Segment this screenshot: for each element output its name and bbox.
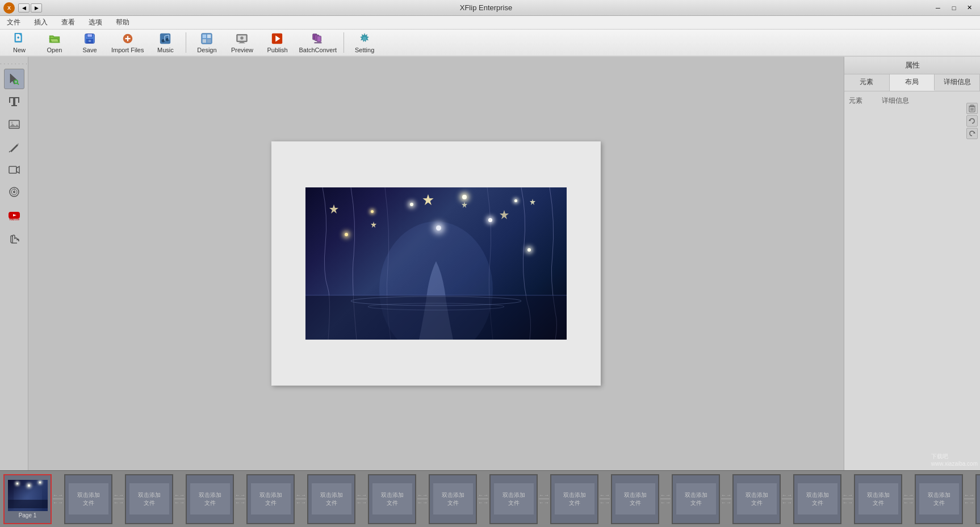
- film-connector-14: ←→←→: [841, 493, 854, 505]
- new-icon: [12, 32, 26, 45]
- save-button[interactable]: Save: [73, 31, 107, 55]
- select-tool[interactable]: [4, 69, 24, 89]
- page-canvas: [271, 141, 601, 386]
- film-connector-7: ←→←→: [416, 493, 429, 505]
- svg-marker-57: [500, 210, 509, 219]
- video-tool[interactable]: [4, 160, 24, 180]
- preview-button[interactable]: Preview: [225, 31, 259, 55]
- film-thumb-9[interactable]: 双击添加文件: [489, 474, 538, 524]
- tab-element[interactable]: 元素: [844, 74, 890, 91]
- image-tool[interactable]: [4, 114, 24, 135]
- publish-button[interactable]: Publish: [260, 31, 294, 55]
- preview-icon: [235, 32, 249, 45]
- film-thumb-12[interactable]: 双击添加文件: [672, 474, 720, 524]
- film-placeholder-10: 双击添加文件: [555, 483, 594, 515]
- svg-rect-41: [11, 105, 17, 106]
- svg-marker-47: [16, 166, 19, 173]
- film-placeholder-9: 双击添加文件: [494, 483, 534, 515]
- audio-tool[interactable]: [4, 182, 24, 203]
- canvas-inner: [271, 141, 601, 386]
- film-page-2: 双击添加文件 ←→←→: [64, 474, 125, 524]
- setting-label: Setting: [355, 47, 374, 53]
- right-panel: 属性 元素 布局 详细信息 元素 详细信息: [844, 57, 980, 470]
- menu-help[interactable]: 帮助: [109, 16, 136, 29]
- maximize-button[interactable]: □: [946, 2, 962, 14]
- film-connector-1: ←→ ←→: [52, 493, 64, 505]
- film-thumb-5[interactable]: 双击添加文件: [246, 474, 295, 524]
- publish-label: Publish: [267, 47, 287, 53]
- svg-line-36: [17, 83, 19, 85]
- close-button[interactable]: ✕: [962, 2, 978, 14]
- tab-layout[interactable]: 布局: [890, 74, 935, 91]
- svg-rect-70: [970, 105, 974, 106]
- watermark: 下载吧 www.xiazaiba.com: [931, 453, 978, 467]
- hand-tool[interactable]: [4, 228, 24, 248]
- film-placeholder-13: 双击添加文件: [737, 483, 777, 515]
- draw-tool[interactable]: [4, 137, 24, 157]
- redo-layout-icon[interactable]: [966, 128, 978, 139]
- svg-marker-56: [422, 194, 433, 205]
- film-thumb-14[interactable]: 双击添加文件: [793, 474, 841, 524]
- film-page-17: 双击添加文件: [975, 474, 980, 524]
- open-button[interactable]: Open: [37, 31, 72, 55]
- music-label: Music: [157, 47, 174, 53]
- svg-point-11: [162, 39, 165, 43]
- right-panel-tabs: 元素 布局 详细信息: [844, 74, 980, 91]
- music-button[interactable]: Music: [148, 31, 182, 55]
- film-thumb-17[interactable]: 双击添加文件: [975, 474, 980, 524]
- menu-insert[interactable]: 插入: [27, 16, 55, 29]
- property-detail-label: 详细信息: [882, 96, 909, 106]
- design-button[interactable]: Design: [190, 31, 224, 55]
- tab-detail[interactable]: 详细信息: [935, 74, 980, 91]
- batch-button[interactable]: BatchConvert: [295, 31, 340, 55]
- batch-label: BatchConvert: [299, 47, 337, 53]
- film-page-12: 双击添加文件 ←→←→: [672, 474, 732, 524]
- svg-rect-6: [88, 40, 91, 43]
- menu-file[interactable]: 文件: [0, 16, 27, 29]
- film-connector-6: ←→←→: [355, 493, 368, 505]
- minimize-button[interactable]: ─: [930, 2, 946, 14]
- film-page-9: 双击添加文件 ←→←→: [489, 474, 550, 524]
- svg-rect-39: [18, 97, 19, 103]
- svg-point-33: [363, 37, 366, 40]
- setting-icon: [358, 32, 371, 45]
- titlebar: X ◀ ▶ XFlip Enterprise ─ □ ✕: [0, 0, 980, 16]
- film-thumb-10[interactable]: 双击添加文件: [550, 474, 598, 524]
- app-title: XFlip Enterprise: [460, 3, 512, 12]
- menu-view[interactable]: 查看: [55, 16, 82, 29]
- undo-layout-icon[interactable]: [966, 115, 978, 127]
- film-page-1: Page 1 ←→ ←→: [3, 474, 64, 524]
- film-thumb-4[interactable]: 双击添加文件: [186, 474, 234, 524]
- film-placeholder-8: 双击添加文件: [433, 483, 473, 515]
- left-tool-panel: · · · · · · · ·: [0, 57, 28, 470]
- youtube-tool[interactable]: You Tube: [4, 205, 24, 225]
- back-button[interactable]: ◀: [18, 3, 30, 12]
- new-button[interactable]: New: [2, 31, 36, 55]
- film-thumb-7[interactable]: 双击添加文件: [368, 474, 416, 524]
- film-thumb-13[interactable]: 双击添加文件: [732, 474, 781, 524]
- menu-options[interactable]: 选项: [82, 16, 109, 29]
- import-button[interactable]: Import Files: [108, 31, 147, 55]
- film-thumb-11[interactable]: 双击添加文件: [611, 474, 659, 524]
- text-tool[interactable]: [4, 91, 24, 112]
- film-page-14: 双击添加文件 ←→←→: [793, 474, 854, 524]
- setting-button[interactable]: Setting: [347, 31, 382, 55]
- film-thumb-15[interactable]: 双击添加文件: [854, 474, 902, 524]
- forward-button[interactable]: ▶: [31, 3, 42, 12]
- canvas-area[interactable]: [28, 57, 844, 470]
- film-connector-2: ←→←→: [112, 493, 125, 505]
- svg-rect-20: [207, 39, 211, 43]
- batch-icon: [311, 32, 325, 45]
- film-page-8: 双击添加文件 ←→←→: [429, 474, 489, 524]
- film-thumb-3[interactable]: 双击添加文件: [125, 474, 173, 524]
- open-icon: [48, 32, 61, 45]
- film-thumb-2[interactable]: 双击添加文件: [64, 474, 112, 524]
- film-thumb-8[interactable]: 双击添加文件: [429, 474, 477, 524]
- svg-point-12: [166, 38, 169, 41]
- delete-icon[interactable]: [966, 103, 978, 114]
- svg-rect-25: [239, 43, 245, 43]
- panel-action-icons: [966, 103, 978, 139]
- film-thumb-6[interactable]: 双击添加文件: [307, 474, 355, 524]
- film-thumb-1[interactable]: Page 1: [3, 474, 52, 524]
- film-thumb-16[interactable]: 双击添加文件: [915, 474, 963, 524]
